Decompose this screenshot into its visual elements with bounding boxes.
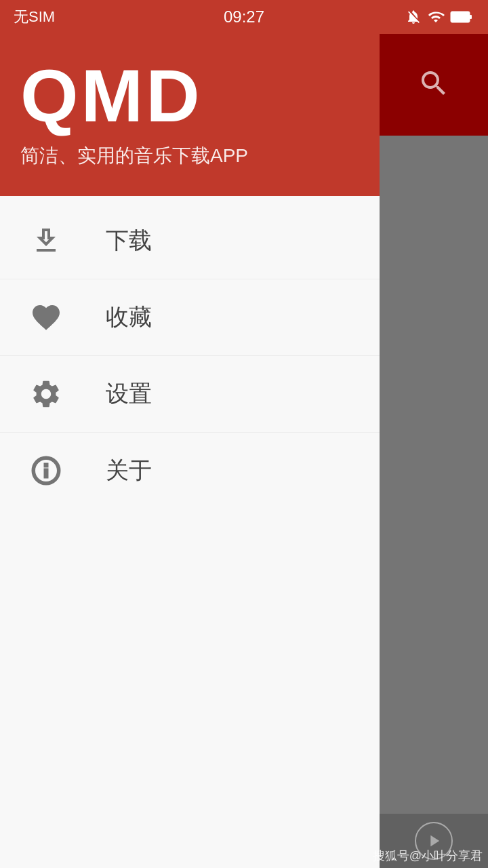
gear-icon	[27, 375, 65, 413]
app-subtitle: 简洁、实用的音乐下载APP	[20, 143, 359, 169]
search-icon[interactable]	[418, 67, 450, 102]
no-sim-label: 无SIM	[14, 7, 55, 27]
download-icon	[27, 222, 65, 260]
download-label: 下载	[106, 225, 152, 256]
settings-label: 设置	[106, 378, 152, 410]
heart-icon	[27, 298, 65, 336]
bell-mute-icon	[405, 9, 422, 25]
watermark: 搜狐号@小叶分享君	[373, 848, 483, 864]
svg-rect-1	[451, 12, 468, 22]
status-bar: 无SIM 09:27	[0, 0, 488, 34]
menu-item-favorite[interactable]: 收藏	[0, 279, 380, 356]
app-title: QMD	[20, 54, 359, 136]
right-panel-top	[380, 34, 488, 136]
info-icon	[27, 452, 65, 490]
right-panel-body	[380, 136, 488, 814]
svg-rect-2	[470, 15, 472, 19]
status-icons	[405, 9, 474, 25]
menu-item-download[interactable]: 下载	[0, 203, 380, 279]
main-layout: QMD 简洁、实用的音乐下载APP 下载	[0, 34, 488, 868]
drawer-menu: 下载 收藏 设置	[0, 196, 380, 868]
favorite-label: 收藏	[106, 302, 152, 333]
menu-item-about[interactable]: 关于	[0, 433, 380, 509]
status-time: 09:27	[224, 7, 264, 26]
drawer-header: QMD 简洁、实用的音乐下载APP	[0, 34, 380, 196]
drawer: QMD 简洁、实用的音乐下载APP 下载	[0, 34, 380, 868]
right-panel	[380, 34, 488, 868]
menu-item-settings[interactable]: 设置	[0, 356, 380, 433]
wifi-icon	[427, 9, 445, 25]
battery-icon	[450, 9, 474, 25]
about-label: 关于	[106, 455, 152, 486]
